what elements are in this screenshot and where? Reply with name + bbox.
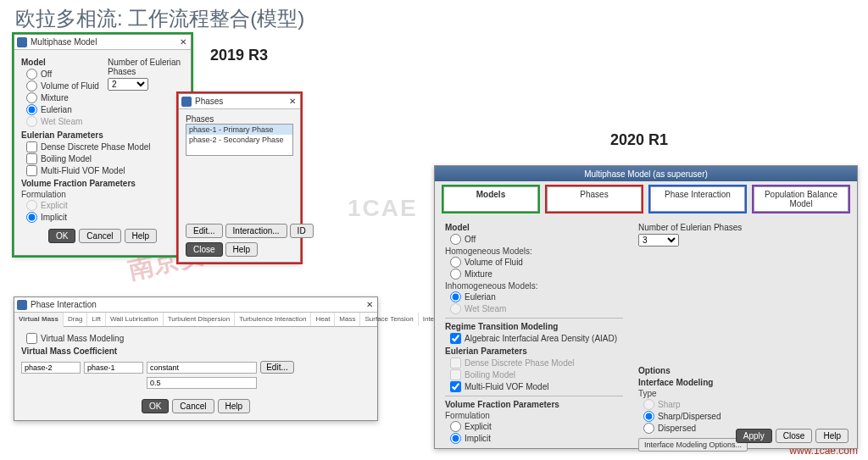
heading-interface-modeling: Interface Modeling	[638, 378, 833, 387]
tab-lift[interactable]: Lift	[87, 313, 106, 326]
select-num-phases[interactable]: 2	[108, 78, 148, 91]
label-formulation: Formulation	[21, 190, 184, 199]
select-method[interactable]	[147, 362, 257, 374]
interface-modeling-options-button[interactable]: Interface Modeling Options...	[638, 438, 748, 452]
radio-sharp: Sharp	[643, 399, 833, 410]
heading-vmc: Virtual Mass Coefficient	[21, 346, 370, 356]
app-icon	[17, 37, 27, 47]
heading-eulerian-params: Eulerian Parameters	[21, 130, 184, 140]
list-item[interactable]: phase-2 - Secondary Phase	[186, 135, 292, 145]
tab-wall-lubrication[interactable]: Wall Lubrication	[106, 313, 164, 326]
help-button[interactable]: Help	[225, 242, 259, 257]
radio-mixture[interactable]: Mixture	[450, 269, 623, 280]
tab-turbulence-interaction[interactable]: Turbulence Interaction	[235, 313, 311, 326]
heading-options: Options	[638, 366, 833, 375]
radio-eulerian[interactable]: Eulerian	[450, 291, 623, 302]
close-icon[interactable]: ✕	[178, 37, 188, 47]
dialog-title: Multiphase Model (as superuser)	[584, 169, 708, 179]
label-num-phases: Number of Eulerian Phases	[108, 58, 184, 76]
check-mfvof[interactable]: Multi-Fluid VOF Model	[26, 165, 184, 176]
label-type: Type	[638, 389, 833, 398]
radio-wet-steam: Wet Steam	[26, 116, 103, 127]
close-icon[interactable]: ✕	[287, 97, 298, 107]
label-2019: 2019 R3	[210, 47, 268, 64]
radio-vof[interactable]: Volume of Fluid	[450, 257, 623, 268]
tab-virtual-mass[interactable]: Virtual Mass	[14, 313, 64, 327]
label-homogeneous: Homogeneous Models:	[445, 247, 623, 256]
cell-phase-b	[84, 362, 143, 374]
check-ddpm[interactable]: Dense Discrete Phase Model	[26, 141, 184, 152]
label-2020: 2020 R1	[610, 131, 668, 149]
heading-vfp: Volume Fraction Parameters	[445, 400, 623, 409]
check-aiad[interactable]: Algebraic Interfacial Area Density (AIAD…	[450, 333, 623, 344]
cancel-button[interactable]: Cancel	[79, 229, 120, 243]
dialog-multiphase-2019: Multiphase Model ✕ Model Off Volume of F…	[14, 34, 192, 256]
app-icon	[17, 300, 27, 310]
close-button[interactable]: Close	[776, 429, 813, 443]
app-icon	[181, 97, 192, 107]
label-inhomogeneous: Inhomogeneous Models:	[445, 281, 623, 291]
radio-mixture[interactable]: Mixture	[26, 92, 103, 103]
edit-coeff-button[interactable]: Edit...	[260, 361, 294, 374]
edit-button[interactable]: Edit...	[186, 224, 223, 238]
label-formulation: Formulation	[445, 411, 623, 420]
ok-button[interactable]: OK	[142, 399, 169, 413]
radio-implicit[interactable]: Implicit	[26, 212, 184, 223]
check-mfvof[interactable]: Multi-Fluid VOF Model	[450, 381, 623, 392]
watermark-1cae: 1CAE	[348, 195, 418, 222]
dialog-title: Phases	[195, 97, 287, 106]
tab-turbulent-dispersion[interactable]: Turbulent Dispersion	[164, 313, 236, 326]
check-boiling[interactable]: Boiling Model	[26, 153, 184, 164]
dialog-phase-interaction: Phase Interaction ✕ Virtual Mass Drag Li…	[14, 297, 378, 421]
interaction-button[interactable]: Interaction...	[225, 224, 287, 238]
label-num-phases: Number of Eulerian Phases	[638, 223, 833, 232]
tab-bar: Virtual Mass Drag Lift Wall Lubrication …	[14, 313, 377, 327]
input-coeff-value[interactable]	[147, 377, 257, 389]
dialog-title: Phase Interaction	[31, 300, 364, 309]
list-item[interactable]: phase-1 - Primary Phase	[186, 125, 292, 135]
check-ddpm: Dense Discrete Phase Model	[450, 357, 623, 369]
tab-mass[interactable]: Mass	[335, 313, 360, 326]
cell-phase-a	[21, 362, 81, 374]
cancel-button[interactable]: Cancel	[172, 399, 214, 413]
dialog-multiphase-2020: Multiphase Model (as superuser) Models P…	[434, 165, 858, 449]
radio-off[interactable]: Off	[450, 234, 623, 245]
dialog-titlebar: Multiphase Model (as superuser)	[435, 166, 857, 181]
heading-model: Model	[21, 58, 103, 67]
radio-explicit: Explicit	[26, 200, 184, 211]
dialog-title: Multiphase Model	[31, 37, 178, 47]
tab-phases[interactable]: Phases	[547, 186, 642, 212]
check-virtual-mass-modeling[interactable]: Virtual Mass Modeling	[26, 333, 370, 344]
close-icon[interactable]: ✕	[364, 300, 375, 310]
id-button[interactable]: ID	[290, 224, 314, 238]
help-button[interactable]: Help	[125, 229, 158, 243]
radio-off[interactable]: Off	[26, 69, 103, 80]
heading-regime-transition: Regime Transition Modeling	[445, 322, 623, 331]
slide-title: 欧拉多相流: 工作流程整合(模型)	[15, 5, 304, 32]
dialog-phases: Phases ✕ Phases phase-1 - Primary Phase …	[178, 93, 301, 263]
ok-button[interactable]: OK	[48, 229, 75, 243]
radio-vof[interactable]: Volume of Fluid	[26, 80, 103, 91]
close-button[interactable]: Close	[186, 242, 223, 257]
phases-listbox[interactable]: phase-1 - Primary Phase phase-2 - Second…	[186, 124, 293, 156]
radio-explicit[interactable]: Explicit	[450, 421, 623, 432]
heading-vfp: Volume Fraction Parameters	[21, 179, 184, 188]
tab-phase-interaction[interactable]: Phase Interaction	[650, 186, 745, 212]
tab-heat[interactable]: Heat	[311, 313, 335, 326]
radio-implicit[interactable]: Implicit	[450, 433, 623, 444]
select-num-phases[interactable]: 3	[638, 234, 679, 247]
radio-wet-steam: Wet Steam	[450, 303, 623, 314]
tab-population-balance[interactable]: Population Balance Model	[754, 186, 849, 212]
tab-surface-tension[interactable]: Surface Tension	[360, 313, 418, 326]
radio-eulerian[interactable]: Eulerian	[26, 104, 103, 115]
tab-drag[interactable]: Drag	[64, 313, 87, 326]
heading-model: Model	[445, 223, 623, 232]
tab-models[interactable]: Models	[443, 186, 538, 212]
help-button[interactable]: Help	[218, 399, 251, 413]
heading-phases: Phases	[186, 114, 293, 124]
heading-eulerian-params: Eulerian Parameters	[445, 346, 623, 356]
apply-button[interactable]: Apply	[736, 429, 772, 443]
check-boiling: Boiling Model	[450, 369, 623, 380]
help-button[interactable]: Help	[815, 429, 849, 443]
radio-sharp-dispersed[interactable]: Sharp/Dispersed	[643, 411, 833, 422]
